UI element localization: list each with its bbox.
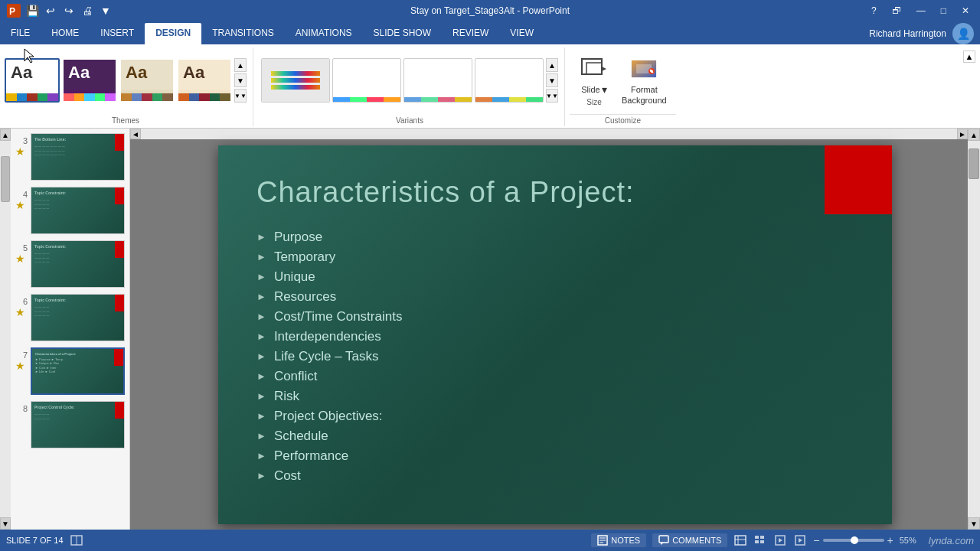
slide-title[interactable]: Characteristics of a Project: (256, 176, 800, 209)
svg-rect-16 (735, 536, 746, 545)
theme-scroll-down[interactable]: ▼ (234, 73, 247, 87)
brand-logo: lynda.com (929, 535, 974, 546)
tab-review[interactable]: REVIEW (442, 23, 499, 44)
slide-3-thumb[interactable]: The Bottom Line: — — — — — — — — — — — —… (31, 133, 125, 181)
tab-design[interactable]: DESIGN (145, 23, 201, 44)
customize-buttons: Slide ▾ Size (570, 47, 676, 114)
bullet-text-performance: Performance (274, 448, 348, 464)
bullet-interdependencies: ► Interdependencies (256, 329, 854, 344)
slide-7-numberlabel: 7 ★ (15, 347, 28, 372)
redo-icon[interactable]: ↪ (61, 3, 77, 18)
help-button[interactable]: ? (867, 4, 881, 18)
slide-canvas[interactable]: Characteristics of a Project: ► Purpose … (218, 145, 892, 524)
slide-scroll-up[interactable]: ▲ (0, 129, 11, 141)
theme-2[interactable]: Aa (62, 58, 117, 103)
slide-5-thumb[interactable]: Topic Constraint: — — — — — — — — — — — … (31, 240, 125, 288)
slide-4-thumb[interactable]: Topic Constraint: — — — — — — — — — — — … (31, 187, 125, 234)
variant-2[interactable] (332, 58, 401, 103)
themes-gallery-area: Aa Aa (5, 47, 247, 113)
bullet-arrow-12: ► (256, 450, 266, 461)
slide-6-numberlabel: 6 ★ (15, 294, 28, 318)
save-quick-icon[interactable]: 💾 (24, 3, 40, 18)
variant-scroll-up[interactable]: ▲ (546, 58, 558, 72)
theme-scroll-up[interactable]: ▲ (234, 58, 247, 72)
variant-scroll-down[interactable]: ▼ (546, 73, 558, 87)
customize-qa-icon[interactable]: ▼ (98, 3, 113, 18)
slide-size-label: Slide ▾ (581, 83, 606, 96)
slide-scroll-thumb[interactable] (1, 156, 10, 202)
minimize-button[interactable]: — (912, 4, 930, 18)
user-account[interactable]: Richard Harrington (869, 28, 946, 39)
vscroll-down[interactable]: ▼ (968, 517, 980, 530)
variants-gallery: ▲ ▼ ▼▼ (261, 47, 558, 113)
theme-3[interactable]: Aa (119, 58, 175, 103)
tab-animations[interactable]: ANIMATIONS (285, 23, 363, 44)
theme-4[interactable]: Aa (177, 58, 232, 103)
variant-1[interactable] (261, 58, 330, 103)
hscroll-left[interactable]: ◄ (130, 129, 141, 139)
vscroll-up[interactable]: ▲ (968, 129, 980, 141)
notes-button[interactable]: NOTES (591, 533, 646, 547)
bullet-text-conflict: Conflict (274, 369, 318, 384)
zoom-level[interactable]: 55% (900, 536, 916, 545)
restore-button[interactable]: 🗗 (887, 4, 906, 18)
slide-6-red-marker (115, 295, 124, 311)
window-controls: ? 🗗 — □ ✕ (867, 4, 974, 18)
vscroll-thumb[interactable] (969, 148, 979, 179)
hscroll-right[interactable]: ► (957, 129, 968, 139)
variant-4[interactable] (475, 58, 544, 103)
slide-sorter-icon[interactable] (753, 534, 767, 546)
tab-home[interactable]: HOME (41, 23, 90, 44)
tab-view[interactable]: VIEW (499, 23, 544, 44)
format-background-button[interactable]: FormatBackground (619, 53, 670, 108)
tab-slideshow[interactable]: SLIDE SHOW (363, 23, 442, 44)
slide-8-number: 8 (15, 401, 28, 413)
bullet-lifecycle: ► Life Cycle – Tasks (256, 349, 854, 364)
tab-file[interactable]: FILE (0, 23, 41, 44)
slide-scroll-down[interactable]: ▼ (0, 517, 11, 530)
slide-layout-icon[interactable] (70, 534, 83, 546)
variant-scroll-more[interactable]: ▼▼ (546, 89, 558, 103)
theme-scroll-more[interactable]: ▼▼ (234, 89, 247, 103)
bullet-project-objectives: ► Project Objectives: (256, 409, 854, 424)
maximize-button[interactable]: □ (936, 4, 951, 18)
zoom-in-icon[interactable]: + (887, 534, 893, 546)
slide-item-8[interactable]: 8 ★ Project Control Cycle: — — — — — — —… (14, 399, 126, 450)
undo-icon[interactable]: ↩ (43, 3, 58, 18)
slide-3-preview: The Bottom Line: — — — — — — — — — — — —… (31, 134, 124, 160)
slide-item-6[interactable]: 6 ★ Topic Constraint: — — — — — — — — — … (14, 292, 126, 343)
bullet-performance: ► Performance (256, 448, 854, 464)
slide-8-thumb[interactable]: Project Control Cycle: — — — — — — — — (31, 401, 125, 448)
slide-size-button[interactable]: Slide ▾ Size (576, 51, 612, 110)
canvas-area: ◄ ► Characteristics of a Project: ► Purp… (130, 129, 980, 530)
slide-item-7[interactable]: 7 ★ Characteristics of a Project: ► Purp… (14, 346, 126, 396)
slide-item-5[interactable]: 5 ★ Topic Constraint: — — — — — — — — — … (14, 239, 126, 289)
slide-6-star: ★ (15, 306, 28, 318)
tab-transitions[interactable]: TRANSITIONS (201, 23, 285, 44)
slide-3-red-marker (115, 134, 124, 151)
reading-view-icon[interactable] (773, 534, 787, 546)
print-icon[interactable]: 🖨 (80, 3, 95, 18)
slide-6-thumb[interactable]: Topic Constraint: — — — — — — — — — — — … (31, 294, 125, 341)
svg-marker-24 (779, 538, 782, 543)
slide-5-numberlabel: 5 ★ (15, 240, 28, 265)
theme-1[interactable]: Aa (5, 58, 60, 103)
slide-item-4[interactable]: 4 ★ Topic Constraint: — — — — — — — — — … (14, 185, 126, 236)
zoom-slider[interactable] (823, 539, 884, 542)
close-button[interactable]: ✕ (957, 4, 974, 18)
comments-button[interactable]: COMMENTS (652, 533, 727, 547)
variant-3[interactable] (403, 58, 472, 103)
svg-rect-21 (755, 540, 759, 543)
avatar[interactable]: 👤 (952, 23, 974, 44)
normal-view-icon[interactable] (733, 534, 747, 546)
slide-7-thumb[interactable]: Characteristics of a Project: ► Purpose … (31, 347, 125, 395)
customize-section: Slide ▾ Size (570, 47, 676, 126)
tab-insert[interactable]: INSERT (90, 23, 145, 44)
ribbon-collapse-button[interactable]: ▲ (963, 51, 975, 63)
zoom-out-icon[interactable]: − (813, 534, 819, 546)
slide-item-3[interactable]: 3 ★ The Bottom Line: — — — — — — — — — —… (14, 132, 126, 182)
bullet-arrow-11: ► (256, 430, 266, 442)
bullet-arrow-3: ► (256, 271, 266, 282)
fullscreen-icon[interactable] (793, 534, 807, 546)
svg-rect-15 (659, 536, 668, 543)
